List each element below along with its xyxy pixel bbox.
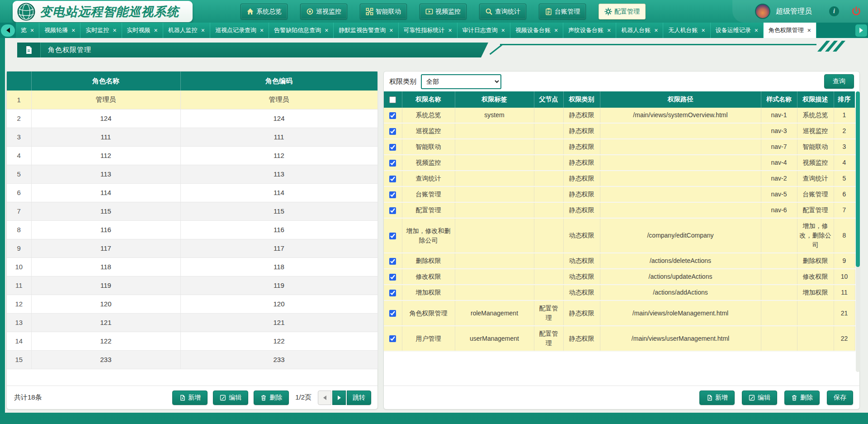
perm-scrollbar-thumb[interactable] xyxy=(856,91,860,267)
tab-审计日志查询[interactable]: 审计日志查询× xyxy=(458,23,510,38)
tab-close-icon[interactable]: × xyxy=(154,27,158,33)
permission-row-7[interactable]: 配置管理静态权限nav-6配置管理7 xyxy=(384,202,855,218)
role-row-14[interactable]: 14122122 xyxy=(7,332,377,350)
row-checkbox[interactable] xyxy=(389,290,396,296)
role-row-10[interactable]: 10118118 xyxy=(7,257,377,276)
tab-视频轮播[interactable]: 视频轮播× xyxy=(39,23,80,38)
tab-机器人台账[interactable]: 机器人台账× xyxy=(616,23,663,38)
tab-close-icon[interactable]: × xyxy=(389,27,393,33)
role-row-15[interactable]: 15233233 xyxy=(7,350,377,369)
row-checkbox[interactable] xyxy=(389,112,396,119)
tab-close-icon[interactable]: × xyxy=(448,27,452,33)
avatar[interactable] xyxy=(755,4,770,19)
tab-close-icon[interactable]: × xyxy=(113,27,116,33)
perm-save-button[interactable]: 保存 xyxy=(827,391,853,405)
row-checkbox[interactable] xyxy=(389,176,396,182)
tab-角色权限管理[interactable]: 角色权限管理× xyxy=(764,23,816,38)
roles-delete-button[interactable]: 删除 xyxy=(254,391,289,405)
nav-button-巡视监控[interactable]: 巡视监控 xyxy=(300,4,347,19)
perm-edit-button[interactable]: 编辑 xyxy=(742,391,777,405)
tab-close-icon[interactable]: × xyxy=(325,27,328,33)
perm-delete-button[interactable]: 删除 xyxy=(784,391,820,405)
row-checkbox[interactable] xyxy=(389,310,396,317)
row-checkbox[interactable] xyxy=(389,128,396,135)
perm-add-button[interactable]: 新增 xyxy=(699,391,735,405)
tab-声纹设备台账[interactable]: 声纹设备台账× xyxy=(563,23,616,38)
tab-机器人监控[interactable]: 机器人监控× xyxy=(163,23,210,38)
roles-add-button[interactable]: 新增 xyxy=(172,391,208,405)
perm-scrollbar[interactable] xyxy=(856,91,860,372)
tab-close-icon[interactable]: × xyxy=(554,27,558,33)
permission-row-4[interactable]: 视频监控静态权限nav-4视频监控4 xyxy=(384,155,855,171)
nav-button-台账管理[interactable]: 台账管理 xyxy=(539,4,586,19)
permission-row-10[interactable]: 修改权限动态权限/actions/updateActions修改权限10 xyxy=(384,269,855,285)
row-checkbox[interactable] xyxy=(389,144,396,151)
tab-close-icon[interactable]: × xyxy=(755,27,758,33)
role-row-6[interactable]: 6114114 xyxy=(7,183,377,202)
tab-scroll-right-button[interactable] xyxy=(855,24,867,37)
role-row-5[interactable]: 5113113 xyxy=(7,165,377,183)
select-all-checkbox[interactable] xyxy=(389,96,396,103)
info-icon[interactable]: i xyxy=(829,6,839,16)
tab-close-icon[interactable]: × xyxy=(701,27,705,33)
row-checkbox[interactable] xyxy=(389,274,396,281)
permission-row-11[interactable]: 增加权限动态权限/actions/addActions增加权限11 xyxy=(384,285,855,300)
jump-page-button[interactable]: 跳转 xyxy=(347,391,371,405)
tab-无人机台账[interactable]: 无人机台账× xyxy=(663,23,710,38)
tab-视频设备台账[interactable]: 视频设备台账× xyxy=(510,23,563,38)
permission-row-5[interactable]: 查询统计静态权限nav-2查询统计5 xyxy=(384,171,855,186)
row-checkbox[interactable] xyxy=(389,207,396,214)
role-row-1[interactable]: 1管理员管理员 xyxy=(7,91,377,109)
search-button[interactable]: 查询 xyxy=(824,74,854,89)
permission-row-21[interactable]: 角色权限管理roleManagement配置管理静态权限/main/views/… xyxy=(384,300,855,326)
tab-close-icon[interactable]: × xyxy=(501,27,505,33)
tab-告警缺陷信息查询[interactable]: 告警缺陷信息查询× xyxy=(269,23,334,38)
row-checkbox[interactable] xyxy=(389,335,396,342)
permission-row-6[interactable]: 台账管理静态权限nav-5台账管理6 xyxy=(384,186,855,202)
power-logout-icon[interactable] xyxy=(851,6,862,17)
prev-page-button[interactable] xyxy=(318,391,331,405)
role-row-11[interactable]: 11119119 xyxy=(7,276,377,295)
tab-实时监控[interactable]: 实时监控× xyxy=(80,23,122,38)
row-checkbox[interactable] xyxy=(389,160,396,167)
tab-览[interactable]: 览× xyxy=(16,23,39,38)
permission-row-3[interactable]: 智能联动静态权限nav-7智能联动3 xyxy=(384,139,855,155)
permission-row-1[interactable]: 系统总览system静态权限/main/views/systemOverview… xyxy=(384,108,855,123)
role-row-9[interactable]: 9117117 xyxy=(7,239,377,257)
tab-close-icon[interactable]: × xyxy=(30,27,34,33)
role-row-2[interactable]: 2124124 xyxy=(7,109,377,128)
tab-close-icon[interactable]: × xyxy=(654,27,658,33)
permission-row-22[interactable]: 用户管理userManagement配置管理静态权限/main/views/us… xyxy=(384,326,855,351)
permission-row-9[interactable]: 删除权限动态权限/actions/deleteActions删除权限9 xyxy=(384,253,855,269)
role-row-7[interactable]: 7115115 xyxy=(7,202,377,220)
tab-巡视点记录查询[interactable]: 巡视点记录查询× xyxy=(210,23,269,38)
nav-button-系统总览[interactable]: 系统总览 xyxy=(241,4,288,19)
tab-close-icon[interactable]: × xyxy=(201,27,205,33)
role-row-13[interactable]: 13121121 xyxy=(7,313,377,332)
tab-close-icon[interactable]: × xyxy=(607,27,611,33)
tab-静默监视告警查询[interactable]: 静默监视告警查询× xyxy=(334,23,398,38)
role-row-3[interactable]: 3111111 xyxy=(7,128,377,146)
row-checkbox[interactable] xyxy=(389,191,396,198)
nav-button-视频监控[interactable]: 视频监控 xyxy=(420,4,467,19)
nav-button-查询统计[interactable]: 查询统计 xyxy=(479,4,526,19)
next-page-button[interactable] xyxy=(332,391,346,405)
permission-row-2[interactable]: 巡视监控静态权限nav-3巡视监控2 xyxy=(384,123,855,139)
role-row-4[interactable]: 4112112 xyxy=(7,146,377,165)
permission-type-select[interactable]: 全部 xyxy=(421,74,501,89)
tab-close-icon[interactable]: × xyxy=(260,27,264,33)
nav-button-配置管理[interactable]: 配置管理 xyxy=(599,4,646,19)
role-row-8[interactable]: 8116116 xyxy=(7,220,377,239)
tab-close-icon[interactable]: × xyxy=(807,27,811,33)
permission-row-8[interactable]: 增加，修改和删除公司动态权限/company/editCompany增加，修改，… xyxy=(384,218,855,253)
roles-edit-button[interactable]: 编辑 xyxy=(213,391,248,405)
nav-button-智能联动[interactable]: 智能联动 xyxy=(360,4,407,19)
tab-可靠性指标统计[interactable]: 可靠性指标统计× xyxy=(399,23,458,38)
tab-实时视频[interactable]: 实时视频× xyxy=(122,23,163,38)
row-checkbox[interactable] xyxy=(389,258,396,265)
tab-scroll-left-button[interactable] xyxy=(1,24,15,37)
tab-设备运维记录[interactable]: 设备运维记录× xyxy=(711,23,764,38)
tab-close-icon[interactable]: × xyxy=(71,27,75,33)
role-row-12[interactable]: 12120120 xyxy=(7,295,377,313)
row-checkbox[interactable] xyxy=(389,233,396,239)
